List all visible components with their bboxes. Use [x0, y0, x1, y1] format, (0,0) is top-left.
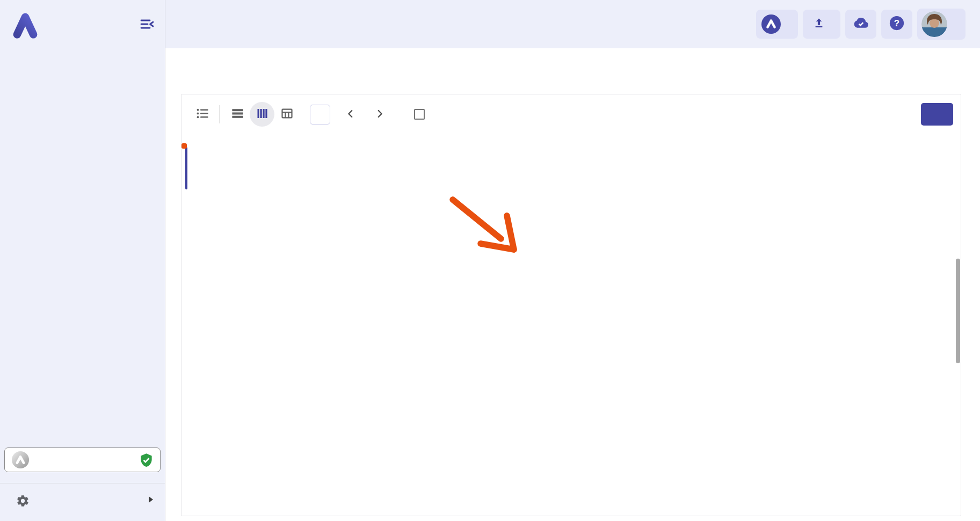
- user-avatar: [921, 11, 947, 37]
- day-view-rows-icon: [230, 106, 245, 122]
- event-color-bar: [185, 147, 187, 189]
- transcription-checkbox[interactable]: [414, 109, 425, 120]
- vertical-scrollbar-thumb[interactable]: [956, 259, 960, 363]
- sally-logo-icon: [11, 11, 40, 39]
- month-grid-icon: [280, 106, 294, 122]
- sally-license-icon: [11, 451, 30, 469]
- next-week-button[interactable]: [371, 106, 388, 123]
- today-button[interactable]: [310, 105, 330, 124]
- chevron-right-icon: [374, 108, 386, 121]
- agenda-list-view-button[interactable]: [194, 106, 210, 122]
- cloud-check-icon: [853, 15, 869, 34]
- svg-text:?: ?: [894, 18, 899, 28]
- chevron-left-icon: [345, 108, 357, 121]
- collapse-menu-icon: [139, 17, 155, 33]
- calendar-grid: [182, 143, 961, 516]
- user-profile-chip[interactable]: [917, 9, 966, 40]
- calendar-toolbar: [182, 94, 961, 134]
- gear-icon: [16, 494, 30, 508]
- add-sally-to-meeting-button[interactable]: [756, 10, 798, 39]
- time-gutter: [182, 143, 207, 516]
- invite-info-bar: [165, 48, 980, 87]
- license-verified-shield-icon: [139, 453, 154, 467]
- month-view-button[interactable]: [279, 106, 295, 122]
- team-license-badge[interactable]: [4, 447, 161, 472]
- main-area: ?: [165, 0, 980, 521]
- logo-row: [0, 0, 165, 39]
- week-view-columns-icon: [255, 106, 270, 122]
- import-button[interactable]: [803, 10, 840, 39]
- week-view-button-active[interactable]: [250, 102, 274, 127]
- sally-circle-icon: [761, 14, 781, 34]
- day-view-button[interactable]: [229, 106, 245, 122]
- sidebar-collapse-button[interactable]: [137, 16, 157, 33]
- chevron-right-icon: [148, 496, 154, 505]
- sidebar: [0, 0, 165, 521]
- list-icon: [195, 106, 210, 122]
- upload-icon: [812, 17, 825, 32]
- top-header: ?: [165, 0, 980, 48]
- new-appointment-button[interactable]: [921, 103, 953, 126]
- previous-week-button[interactable]: [342, 106, 359, 123]
- toolbar-divider: [219, 105, 220, 123]
- sidebar-item-settings[interactable]: [0, 483, 165, 518]
- help-button[interactable]: ?: [881, 10, 912, 39]
- question-mark-icon: ?: [889, 15, 905, 34]
- cloud-sync-button[interactable]: [845, 10, 876, 39]
- calendar-card: [181, 94, 961, 516]
